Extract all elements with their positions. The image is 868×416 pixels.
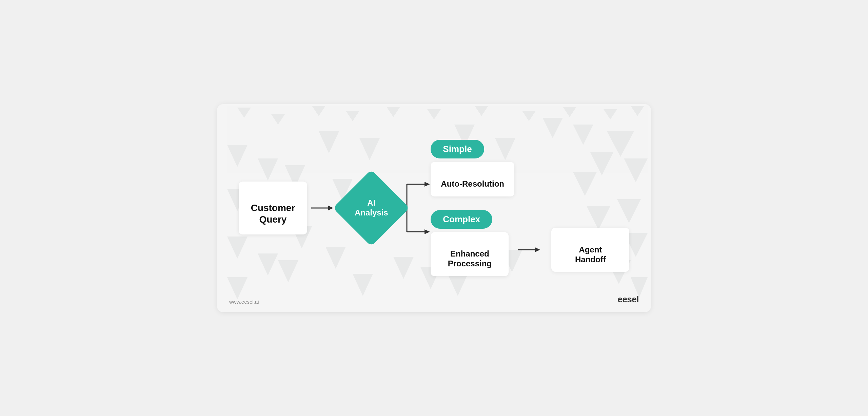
footer-website: www.eesel.ai — [229, 299, 259, 305]
brand-text: eesel — [617, 294, 639, 304]
footer-brand: eesel — [617, 294, 639, 305]
ai-analysis-text: AI Analysis — [355, 198, 388, 218]
customer-query-text: Customer Query — [251, 203, 295, 225]
auto-resolution-node: Auto-Resolution — [431, 162, 514, 196]
customer-query-node: Customer Query — [239, 182, 308, 235]
svg-marker-54 — [535, 247, 540, 252]
enhanced-processing-node: Enhanced Processing — [431, 232, 509, 276]
agent-handoff-node: Agent Handoff — [551, 228, 629, 272]
svg-marker-51 — [425, 182, 430, 187]
agent-handoff-text: Agent Handoff — [575, 245, 606, 264]
simple-label-text: Simple — [443, 144, 472, 154]
main-diagram: Customer Query AI Analysis — [217, 104, 651, 312]
arrow-to-handoff-icon — [518, 246, 542, 254]
arrow-to-agent-handoff — [518, 246, 542, 254]
svg-marker-46 — [328, 206, 333, 210]
svg-marker-52 — [425, 229, 430, 234]
complex-branch: Complex Enhanced Processing — [431, 210, 629, 276]
branches-area: Simple Auto-Resolution Complex — [431, 140, 629, 276]
simple-group: Simple Auto-Resolution — [431, 140, 514, 196]
diagram-card: Customer Query AI Analysis — [217, 104, 651, 312]
enhanced-processing-text: Enhanced Processing — [448, 249, 492, 268]
website-text: www.eesel.ai — [229, 299, 259, 305]
simple-pill: Simple — [431, 140, 484, 158]
auto-resolution-text: Auto-Resolution — [441, 179, 504, 188]
complex-label-text: Complex — [443, 214, 480, 224]
complex-group: Complex Enhanced Processing — [431, 210, 509, 276]
complex-pill: Complex — [431, 210, 492, 229]
ai-analysis-node: AI Analysis — [339, 176, 403, 240]
simple-branch: Simple Auto-Resolution — [431, 140, 629, 196]
arrow-icon — [311, 204, 335, 212]
arrow-to-ai — [311, 204, 335, 212]
